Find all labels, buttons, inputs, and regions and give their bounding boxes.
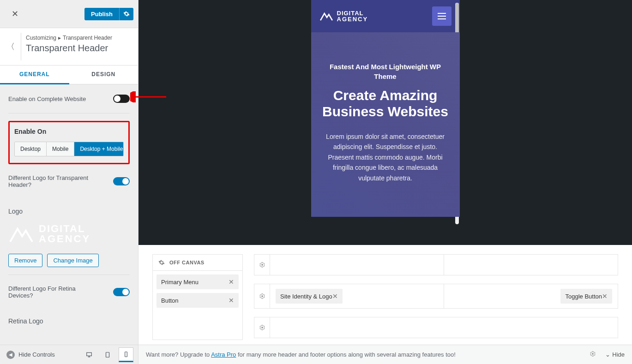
site-header: DIGITAL AGENCY — [311, 0, 460, 32]
builder-item-toggle-button[interactable]: Toggle Button✕ — [560, 289, 612, 304]
tab-general[interactable]: GENERAL — [0, 66, 69, 84]
device-desktop-button[interactable] — [82, 347, 96, 362]
retina-logo-label: Different Logo For Retina Devices? — [8, 285, 91, 299]
enable-complete-label: Enable on Complete Website — [8, 95, 86, 102]
hero-copy: Lorem ipsum dolor sit amet, consectetuer… — [321, 131, 450, 183]
site-logo[interactable]: DIGITAL AGENCY — [319, 10, 368, 22]
off-canvas-item-primary-menu[interactable]: Primary Menu✕ — [156, 274, 239, 289]
hero-headline: Create Amazing Business Websites — [321, 88, 450, 119]
different-logo-toggle[interactable] — [113, 177, 130, 185]
svg-rect-0 — [87, 352, 92, 356]
enable-complete-toggle[interactable] — [113, 95, 130, 103]
upgrade-message: Want more? Upgrade to Astra Pro for many… — [146, 351, 456, 358]
header-row-above[interactable] — [254, 254, 618, 275]
off-canvas-item-button[interactable]: Button✕ — [156, 293, 239, 308]
mobile-menu-toggle[interactable] — [432, 6, 451, 26]
remove-item-icon[interactable]: ✕ — [229, 297, 234, 304]
svg-rect-1 — [106, 352, 109, 357]
hero-tagline: Fastest And Most Lightweight WP Theme — [321, 62, 450, 81]
enable-on-mobile[interactable]: Mobile — [47, 142, 74, 156]
remove-item-icon[interactable]: ✕ — [229, 278, 234, 286]
enable-on-desktop-mobile[interactable]: Desktop + Mobile — [74, 142, 124, 156]
svg-point-5 — [261, 295, 263, 297]
gear-icon — [123, 11, 130, 17]
retina-logo-toggle[interactable] — [113, 288, 130, 296]
builder-settings-button[interactable] — [590, 351, 596, 358]
builder-item-site-identity[interactable]: Site Identity & Logo✕ — [276, 289, 343, 304]
device-mobile-button[interactable] — [119, 347, 133, 362]
svg-point-4 — [261, 264, 263, 266]
device-tablet-button[interactable] — [100, 347, 115, 362]
publish-button[interactable]: Publish — [84, 8, 119, 20]
mobile-preview-frame: DIGITAL AGENCY Fastest And Most Lightwei… — [311, 0, 460, 217]
row-settings-button[interactable] — [254, 255, 270, 275]
change-image-button[interactable]: Change Image — [47, 254, 98, 267]
hide-builder-button[interactable]: ⌄Hide — [605, 351, 625, 358]
collapse-icon: ◀ — [6, 351, 15, 359]
chevron-down-icon: ⌄ — [605, 351, 610, 358]
logo-label: Logo — [8, 208, 130, 215]
breadcrumb: Customizing▸Transparent Header — [26, 35, 112, 41]
retina-logo-section-label: Retina Logo — [8, 309, 130, 325]
svg-point-7 — [592, 353, 594, 355]
svg-rect-2 — [125, 352, 127, 357]
annotation-arrow-icon — [130, 91, 167, 104]
publish-settings-button[interactable] — [119, 8, 133, 20]
remove-item-icon[interactable]: ✕ — [332, 292, 338, 300]
svg-point-6 — [261, 327, 263, 328]
different-logo-label: Different Logo for Transparent Header? — [8, 174, 91, 188]
remove-item-icon[interactable]: ✕ — [602, 292, 608, 300]
section-title: Transparent Header — [26, 43, 112, 54]
back-button[interactable]: 〈 — [0, 33, 21, 60]
header-row-primary[interactable]: Site Identity & Logo✕ Toggle Button✕ — [254, 284, 618, 309]
enable-on-desktop[interactable]: Desktop — [15, 142, 47, 156]
remove-logo-button[interactable]: Remove — [8, 254, 42, 267]
row-settings-button[interactable] — [254, 284, 270, 308]
header-row-below[interactable] — [254, 317, 618, 338]
off-canvas-title: OFF CANVAS — [169, 260, 205, 265]
enable-on-title: Enable On — [14, 128, 124, 135]
astra-pro-link[interactable]: Astra Pro — [211, 351, 236, 358]
logo-mountain-icon — [8, 224, 34, 244]
tab-design[interactable]: DESIGN — [69, 66, 138, 84]
gear-icon[interactable] — [158, 259, 165, 266]
logo-mountain-icon — [319, 11, 333, 22]
row-settings-button[interactable] — [254, 317, 270, 338]
logo-preview: DIGITAL AGENCY — [8, 220, 128, 248]
enable-on-highlight: Enable On Desktop Mobile Desktop + Mobil… — [8, 121, 130, 164]
close-customizer-button[interactable]: ✕ — [5, 4, 25, 24]
hide-controls-button[interactable]: Hide Controls — [18, 351, 55, 358]
